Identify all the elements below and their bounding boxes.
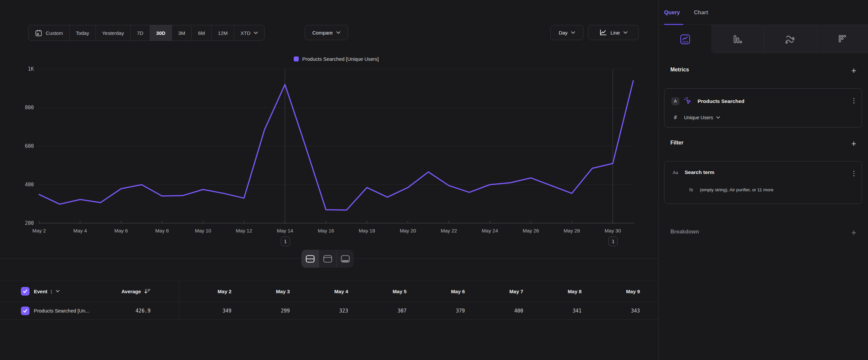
table-only-view-button[interactable] — [336, 250, 354, 268]
calendar-icon — [35, 29, 42, 37]
event-column-header: Event — [34, 288, 48, 294]
x-axis-label: May 30 — [605, 228, 621, 233]
date-column-header[interactable]: May 4 — [294, 288, 352, 294]
report-type-retention[interactable] — [764, 25, 816, 53]
date-value-cells: 349299323307379400341343 — [179, 302, 658, 320]
check-icon — [22, 288, 28, 294]
range-option-label: 12M — [218, 30, 227, 36]
date-value-cell: 400 — [469, 308, 527, 314]
split-view-icon — [306, 255, 315, 263]
row-series-name: Products Searched [Un... — [34, 308, 90, 313]
property-type-badge: Aa — [672, 170, 679, 175]
granularity-label: Day — [559, 30, 568, 35]
add-breakdown-button[interactable]: + — [849, 228, 858, 237]
range-option-custom[interactable]: Custom — [29, 25, 69, 40]
annotation-badge[interactable]: 1 — [281, 237, 290, 246]
metric-card[interactable]: A Products Searched # Unique Users — [664, 88, 862, 128]
x-axis-label: May 16 — [318, 228, 334, 233]
chart-plot-area[interactable] — [38, 63, 634, 226]
average-column-header: Average — [121, 288, 141, 294]
range-option-label: 3M — [178, 30, 185, 36]
date-column-header[interactable]: May 7 — [469, 288, 527, 294]
select-all-checkbox[interactable] — [21, 287, 30, 296]
date-value-cell: 343 — [586, 308, 644, 314]
x-axis-label: May 14 — [277, 228, 293, 233]
layout-view-toggle — [301, 250, 354, 268]
date-value-cell: 323 — [294, 308, 352, 314]
range-option-label: Yesterday — [102, 30, 124, 36]
y-axis-label: 1K — [10, 66, 34, 73]
range-option-yesterday[interactable]: Yesterday — [95, 25, 130, 40]
report-type-tab-bar — [659, 25, 868, 53]
filter-card-title-row: Aa Search term — [672, 169, 714, 175]
tab-chart[interactable]: Chart — [694, 9, 708, 16]
x-axis-label: May 24 — [482, 228, 498, 233]
chart-legend[interactable]: Products Searched [Unique Users] — [38, 56, 634, 62]
tab-query[interactable]: Query — [664, 9, 680, 16]
x-axis-label: May 8 — [155, 228, 169, 233]
add-metric-button[interactable]: + — [849, 66, 858, 74]
retention-icon — [785, 34, 795, 44]
table-header-row: Event 1 Average May 2May 3May 4May 5May … — [0, 281, 658, 302]
range-option-12m[interactable]: 12M — [211, 25, 234, 40]
date-column-header[interactable]: May 9 — [586, 288, 644, 294]
range-option-label: Today — [76, 30, 89, 36]
x-axis-label: May 26 — [523, 228, 539, 233]
compare-button[interactable]: Compare — [305, 25, 348, 40]
add-filter-button[interactable]: + — [849, 139, 858, 147]
range-option-30d[interactable]: 30D — [150, 25, 172, 40]
report-type-flows[interactable] — [816, 25, 868, 53]
date-column-header[interactable]: May 5 — [352, 288, 410, 294]
range-option-today[interactable]: Today — [69, 25, 95, 40]
filter-options-kebab[interactable] — [853, 170, 856, 177]
date-column-header[interactable]: May 8 — [527, 288, 586, 294]
range-option-label: 30D — [156, 30, 165, 36]
table-row-left-cell: Products Searched [Un... 426.9 — [0, 302, 179, 320]
y-axis-label: 400 — [10, 181, 34, 188]
filter-condition-row[interactable]: Is (empty string), Air purifier, or 11 m… — [672, 187, 774, 192]
chevron-down-icon — [623, 31, 628, 34]
aggregation-label: Unique Users — [684, 115, 713, 120]
table-data-row[interactable]: Products Searched [Un... 426.9 349299323… — [0, 302, 658, 320]
filter-heading: Filter — [671, 140, 683, 146]
x-axis-label: May 22 — [441, 228, 457, 233]
date-column-header[interactable]: May 6 — [410, 288, 469, 294]
metric-options-kebab[interactable] — [853, 97, 856, 104]
query-builder-sidebar: Query Chart — [658, 0, 868, 360]
annotation-badge[interactable]: 1 — [609, 237, 618, 246]
y-axis-label: 800 — [10, 104, 34, 111]
range-option-xtd[interactable]: XTD — [234, 25, 264, 40]
row-checkbox[interactable] — [21, 307, 30, 315]
chart-type-label: Line — [610, 30, 620, 35]
x-axis-label: May 2 — [32, 228, 46, 233]
legend-label: Products Searched [Unique Users] — [302, 56, 379, 62]
chevron-down-icon — [336, 31, 341, 34]
chart-type-dropdown[interactable]: Line — [588, 25, 639, 40]
date-value-cell: 379 — [410, 308, 469, 314]
report-type-insights[interactable] — [659, 25, 711, 53]
chevron-down-icon — [254, 32, 258, 34]
split-view-button[interactable] — [301, 250, 319, 268]
report-type-funnels[interactable] — [711, 25, 764, 53]
date-value-cell: 299 — [236, 308, 294, 314]
date-range-selector: CustomTodayYesterday7D30D3M6M12MXTD — [28, 25, 265, 41]
sort-descending-icon[interactable] — [144, 288, 151, 294]
chart-only-view-button[interactable] — [319, 250, 336, 268]
line-chart-icon — [599, 29, 607, 36]
analytics-app-window: CustomTodayYesterday7D30D3M6M12MXTD Comp… — [0, 0, 868, 360]
x-axis-label: May 28 — [564, 228, 580, 233]
range-option-6m[interactable]: 6M — [191, 25, 211, 40]
metric-aggregation-row[interactable]: # Unique Users — [672, 115, 720, 120]
date-column-header[interactable]: May 3 — [236, 288, 294, 294]
range-option-3m[interactable]: 3M — [172, 25, 192, 40]
series-line[interactable] — [39, 81, 633, 210]
chevron-down-icon[interactable] — [56, 290, 60, 293]
range-option-label: XTD — [240, 30, 250, 36]
table-header-left-cell: Event 1 Average — [0, 281, 179, 302]
funnels-icon — [733, 34, 742, 44]
date-value-cell: 307 — [352, 308, 410, 314]
filter-card[interactable]: Aa Search term Is (empty string), Air pu… — [664, 161, 862, 204]
date-column-header[interactable]: May 2 — [179, 288, 236, 294]
range-option-7d[interactable]: 7D — [130, 25, 150, 40]
granularity-dropdown[interactable]: Day — [550, 25, 584, 40]
